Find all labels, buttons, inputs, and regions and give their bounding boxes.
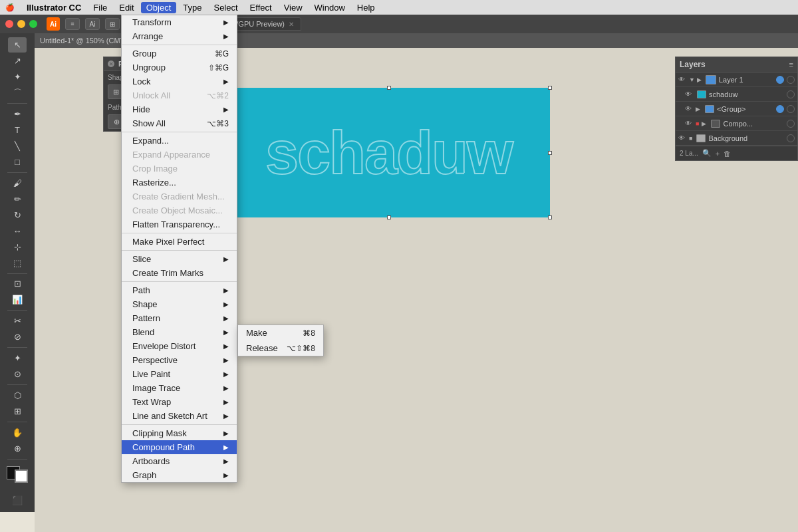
apple-menu[interactable]: 🍎 — [5, 2, 16, 13]
menu-expand[interactable]: Expand... — [122, 134, 237, 148]
menu-lock[interactable]: Lock ▶ — [122, 74, 237, 88]
layer-options-5[interactable] — [787, 134, 795, 142]
menubar-app-name[interactable]: Illustrator CC — [21, 2, 86, 13]
layer-row[interactable]: 👁 ▼ ▶ Layer 1 — [676, 72, 797, 87]
menubar-file[interactable]: File — [88, 2, 112, 13]
handle-top-mid[interactable] — [387, 86, 391, 90]
stroke-color[interactable] — [15, 469, 28, 483]
doc-tab-close[interactable]: ✕ — [289, 21, 294, 28]
layer-row[interactable]: 👁 ▶ <Group> — [676, 102, 797, 116]
handle-top-right[interactable] — [548, 86, 552, 90]
menu-group[interactable]: Group ⌘G — [122, 47, 237, 61]
menubar-type[interactable]: Type — [178, 2, 207, 13]
direct-selection-tool[interactable]: ↗ — [8, 53, 27, 68]
measure-tool[interactable]: ⊙ — [8, 366, 27, 382]
eraser-tool[interactable]: ⊘ — [8, 329, 27, 344]
minimize-button[interactable] — [17, 20, 25, 28]
menubar-help[interactable]: Help — [352, 2, 380, 13]
rotate-tool[interactable]: ↻ — [8, 207, 27, 223]
slice-tool[interactable]: ✂ — [8, 313, 27, 329]
lasso-tool[interactable]: ⌒ — [8, 85, 27, 100]
maximize-button[interactable] — [29, 20, 37, 28]
menu-rasterize[interactable]: Rasterize... — [122, 176, 237, 190]
layer-options-2[interactable] — [787, 90, 795, 98]
layer-expand-3[interactable]: ▶ — [696, 106, 702, 112]
menubar-edit[interactable]: Edit — [114, 2, 139, 13]
handle-mid-right[interactable] — [548, 151, 552, 155]
menu-text-wrap[interactable]: Text Wrap ▶ — [122, 395, 237, 409]
symbol-tool[interactable]: ⊡ — [8, 276, 27, 291]
free-transform-tool[interactable]: ⬚ — [8, 255, 27, 271]
pencil-tool[interactable]: ✏ — [8, 192, 27, 207]
layers-delete-icon[interactable]: 🗑 — [724, 150, 731, 158]
hand-tool[interactable]: ✋ — [8, 425, 27, 440]
menu-ungroup[interactable]: Ungroup ⇧⌘G — [122, 61, 237, 74]
menu-pattern[interactable]: Pattern ▶ — [122, 311, 237, 325]
menu-transform[interactable]: Transform ▶ — [122, 15, 237, 29]
menu-flatten-transparency[interactable]: Flatten Transparency... — [122, 217, 237, 231]
warp-tool[interactable]: ⊹ — [8, 239, 27, 255]
menu-arrange[interactable]: Arrange ▶ — [122, 29, 237, 43]
menu-clipping-mask[interactable]: Clipping Mask ▶ — [122, 426, 237, 440]
pathfinder-close[interactable]: ✕ — [108, 61, 114, 67]
layers-search-icon[interactable]: 🔍 — [702, 149, 712, 158]
menu-path[interactable]: Path ▶ — [122, 283, 237, 297]
magic-wand-tool[interactable]: ✦ — [8, 69, 27, 84]
pen-tool[interactable]: ✒ — [8, 106, 27, 122]
fill-stroke-selector[interactable] — [5, 465, 29, 485]
handle-bottom-mid[interactable] — [387, 215, 391, 219]
eyedropper-tool[interactable]: ✦ — [8, 350, 27, 366]
layer-visibility-1[interactable]: 👁 — [678, 76, 688, 83]
layers-menu-btn[interactable]: ≡ — [789, 61, 793, 68]
layer-row[interactable]: 👁 ■ ▶ Compo... — [676, 116, 797, 131]
menu-compound-path[interactable]: Compound Path ▶ — [122, 440, 237, 454]
layer-row[interactable]: 👁 ■ Background — [676, 131, 797, 146]
graph-tool[interactable]: 📊 — [8, 292, 27, 307]
menu-live-paint[interactable]: Live Paint ▶ — [122, 367, 237, 381]
layers-new-layer-icon[interactable]: + — [716, 150, 720, 158]
layer-lock-3[interactable] — [787, 105, 795, 113]
icon-btn[interactable]: Ai — [85, 18, 100, 30]
compound-release-item[interactable]: Release ⌥⇧⌘8 — [238, 340, 323, 356]
layer-visibility-5[interactable]: 👁 — [678, 134, 688, 142]
menu-pixel-perfect[interactable]: Make Pixel Perfect — [122, 235, 237, 249]
menu-artboards[interactable]: Artboards ▶ — [122, 454, 237, 468]
layer-row[interactable]: 👁 schaduw — [676, 87, 797, 102]
menu-image-trace[interactable]: Image Trace ▶ — [122, 381, 237, 395]
view-btn[interactable]: ⊞ — [105, 18, 120, 30]
menu-blend[interactable]: Blend ▶ — [122, 325, 237, 339]
layer-visibility-3[interactable]: 👁 — [685, 105, 694, 112]
layer-expand-4[interactable]: ▶ — [702, 120, 708, 127]
menu-trim-marks[interactable]: Create Trim Marks — [122, 266, 237, 280]
menubar-effect[interactable]: Effect — [245, 2, 277, 13]
paintbrush-tool[interactable]: 🖌 — [8, 176, 27, 191]
layer-expand-1[interactable]: ▼ — [689, 76, 696, 83]
layer-lock-1[interactable] — [787, 76, 795, 84]
layer-options-1[interactable] — [776, 76, 784, 84]
layer-visibility-4[interactable]: 👁 — [685, 120, 694, 127]
layer-visibility-2[interactable]: 👁 — [685, 90, 694, 98]
handle-bottom-right[interactable] — [548, 215, 552, 219]
line-tool[interactable]: ╲ — [8, 138, 27, 154]
type-tool[interactable]: T — [8, 122, 27, 138]
rectangle-tool[interactable]: □ — [8, 154, 27, 170]
screen-mode[interactable]: ⬛ — [8, 493, 27, 508]
close-button[interactable] — [5, 20, 13, 28]
reflect-tool[interactable]: ↔ — [8, 223, 27, 239]
live-paint-tool[interactable]: ⊞ — [8, 404, 27, 419]
menubar-select[interactable]: Select — [208, 2, 243, 13]
menu-envelope-distort[interactable]: Envelope Distort ▶ — [122, 339, 237, 353]
compound-make-item[interactable]: Make ⌘8 — [238, 325, 323, 340]
menu-shape[interactable]: Shape ▶ — [122, 297, 237, 311]
blend-tool[interactable]: ⬡ — [8, 388, 27, 403]
menubar-view[interactable]: View — [279, 2, 308, 13]
selection-tool[interactable]: ↖ — [8, 37, 27, 53]
zoom-tool[interactable]: ⊕ — [8, 441, 27, 456]
menu-graph[interactable]: Graph ▶ — [122, 468, 237, 482]
menu-slice[interactable]: Slice ▶ — [122, 252, 237, 266]
menu-line-sketch[interactable]: Line and Sketch Art ▶ — [122, 409, 237, 423]
arrange-btn[interactable]: ≡ — [65, 18, 80, 30]
menubar-window[interactable]: Window — [309, 2, 350, 13]
menu-show-all[interactable]: Show All ⌥⌘3 — [122, 116, 237, 130]
menubar-object[interactable]: Object — [141, 2, 177, 13]
